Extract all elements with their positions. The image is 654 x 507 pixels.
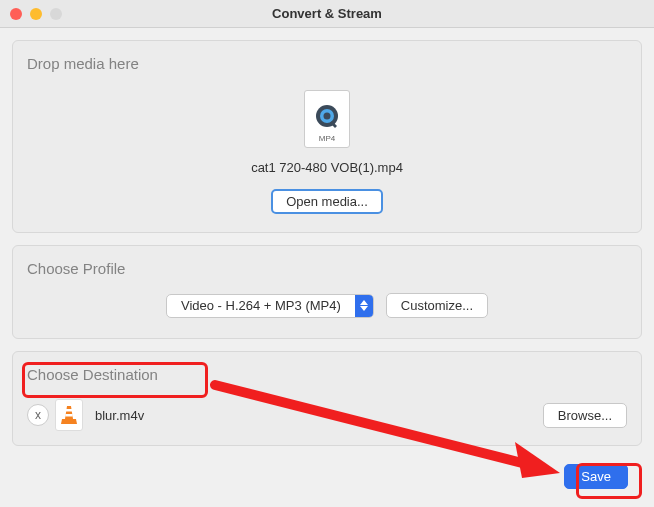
vlc-cone-icon xyxy=(61,405,77,425)
choose-destination-title: Choose Destination xyxy=(27,366,627,383)
media-file-icon: MP4 xyxy=(304,90,350,148)
drop-area[interactable]: MP4 cat1 720-480 VOB(1).mp4 Open media..… xyxy=(27,82,627,218)
profile-select[interactable]: Video - H.264 + MP3 (MP4) xyxy=(166,294,374,318)
drop-media-title: Drop media here xyxy=(27,55,627,72)
titlebar: Convert & Stream xyxy=(0,0,654,28)
window-title: Convert & Stream xyxy=(0,6,654,21)
drop-media-panel: Drop media here MP4 cat1 720-480 VOB(1).… xyxy=(12,40,642,233)
traffic-lights xyxy=(0,8,62,20)
destination-row: x blur.m4v Browse... xyxy=(27,393,627,431)
maximize-window-button[interactable] xyxy=(50,8,62,20)
remove-destination-button[interactable]: x xyxy=(27,404,49,426)
profile-row: Video - H.264 + MP3 (MP4) Customize... xyxy=(27,287,627,324)
select-arrows-icon xyxy=(355,295,373,317)
save-button[interactable]: Save xyxy=(564,464,628,489)
svg-rect-4 xyxy=(65,414,72,417)
vlc-file-icon xyxy=(55,399,83,431)
choose-profile-panel: Choose Profile Video - H.264 + MP3 (MP4)… xyxy=(12,245,642,339)
footer-row: Save xyxy=(12,458,642,489)
file-extension-label: MP4 xyxy=(319,134,335,143)
close-window-button[interactable] xyxy=(10,8,22,20)
minimize-window-button[interactable] xyxy=(30,8,42,20)
choose-destination-panel: Choose Destination x blur.m4v Browse... xyxy=(12,351,642,446)
choose-profile-title: Choose Profile xyxy=(27,260,627,277)
media-filename: cat1 720-480 VOB(1).mp4 xyxy=(251,160,403,175)
profile-select-label: Video - H.264 + MP3 (MP4) xyxy=(167,295,355,317)
browse-button[interactable]: Browse... xyxy=(543,403,627,428)
open-media-button[interactable]: Open media... xyxy=(271,189,383,214)
svg-rect-3 xyxy=(66,409,72,412)
destination-filename: blur.m4v xyxy=(89,408,537,423)
content-area: Drop media here MP4 cat1 720-480 VOB(1).… xyxy=(0,28,654,501)
quicktime-icon xyxy=(314,103,340,129)
customize-button[interactable]: Customize... xyxy=(386,293,488,318)
svg-point-2 xyxy=(324,113,331,120)
